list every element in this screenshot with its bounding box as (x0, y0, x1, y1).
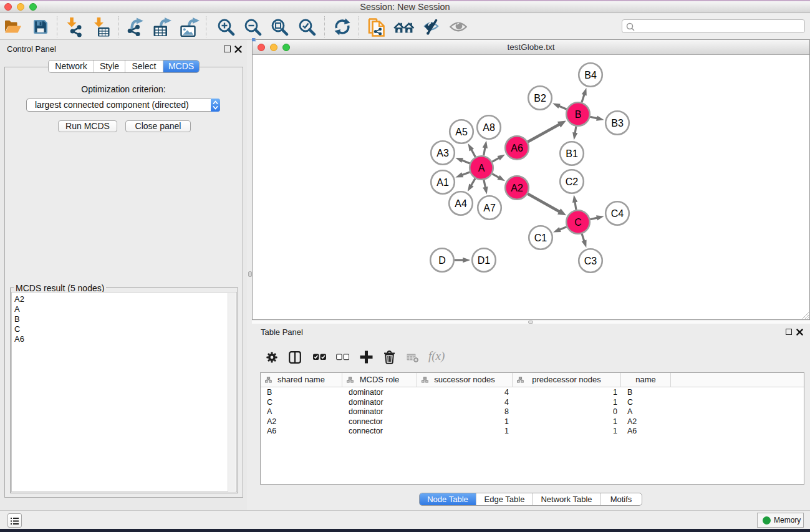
svg-text:A1: A1 (436, 177, 449, 188)
svg-text:C4: C4 (611, 208, 624, 219)
svg-text:A6: A6 (511, 143, 523, 153)
svg-text:D: D (438, 255, 446, 266)
svg-text:A3: A3 (436, 148, 449, 158)
svg-text:A8: A8 (483, 122, 495, 133)
svg-text:B4: B4 (584, 70, 597, 80)
svg-text:C1: C1 (534, 233, 547, 243)
svg-text:A5: A5 (455, 127, 468, 137)
svg-text:B1: B1 (566, 148, 578, 159)
svg-text:B3: B3 (611, 118, 624, 128)
svg-text:C: C (574, 217, 582, 228)
svg-text:D1: D1 (478, 255, 491, 266)
svg-text:A2: A2 (511, 183, 523, 193)
svg-text:B: B (575, 109, 582, 120)
svg-text:A7: A7 (483, 203, 496, 213)
svg-text:B2: B2 (534, 93, 546, 104)
svg-text:A: A (478, 163, 485, 173)
svg-text:C2: C2 (566, 177, 579, 187)
svg-text:C3: C3 (584, 256, 597, 266)
svg-text:A4: A4 (455, 198, 467, 209)
